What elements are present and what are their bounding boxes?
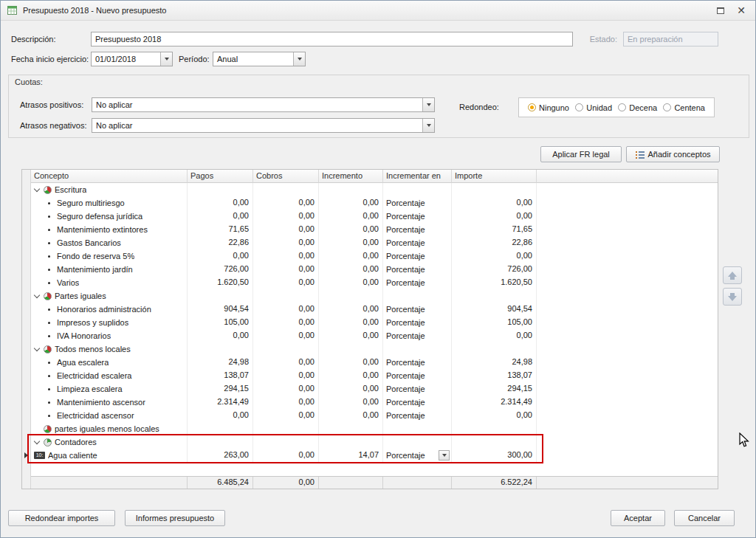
radio-ninguno[interactable]: Ninguno [528,103,569,112]
incremento-cell[interactable]: 0,00 [319,369,383,382]
importe-cell[interactable]: 1.620,50 [452,276,537,289]
incremento-cell[interactable] [319,183,383,196]
importe-cell[interactable]: 2.314,49 [452,396,537,409]
pagos-cell[interactable]: 0,00 [188,210,253,223]
incrementar-en-cell[interactable]: Porcentaje [383,196,452,210]
incremento-cell[interactable]: 0,00 [319,396,383,409]
importe-cell[interactable]: 0,00 [452,210,537,223]
cobros-cell[interactable]: 0,00 [253,329,319,342]
concepto-cell[interactable]: Mantenimiento jardín [31,263,188,276]
incremento-cell[interactable]: 0,00 [319,276,383,289]
importe-cell[interactable]: 0,00 [452,249,537,263]
concept-row[interactable]: Electricidad escalera138,070,000,00Porce… [31,369,718,382]
periodo-dropdown-button[interactable] [293,52,305,66]
concepto-cell[interactable]: IVA Honorarios [31,329,188,342]
cobros-cell[interactable]: 0,00 [253,409,319,422]
concept-row[interactable]: Seguro multiriesgo0,000,000,00Porcentaje… [31,196,718,210]
concept-row[interactable]: Impresos y suplidos105,000,000,00Porcent… [31,316,718,329]
incremento-cell[interactable]: 0,00 [319,329,383,342]
pagos-cell[interactable]: 138,07 [188,369,253,382]
concept-row[interactable]: Varios1.620,500,000,00Porcentaje1.620,50 [31,276,718,289]
incremento-cell[interactable] [319,435,383,449]
incrementar-en-cell[interactable] [383,422,452,435]
cobros-cell[interactable]: 0,00 [253,303,319,316]
pagos-cell[interactable] [188,183,253,196]
incrementar-en-cell[interactable]: Porcentaje [383,263,452,276]
aplicar-fr-legal-button[interactable]: Aplicar FR legal [540,146,622,162]
incrementar-en-cell[interactable] [383,435,452,449]
pagos-cell[interactable]: 294,15 [188,382,253,396]
fecha-inicio-combo[interactable]: 01/01/2018 [91,52,173,66]
pagos-cell[interactable]: 0,00 [188,409,253,422]
pagos-cell[interactable] [188,435,253,449]
importe-cell[interactable]: 22,86 [452,236,537,249]
cobros-cell[interactable]: 0,00 [253,249,319,263]
cobros-cell[interactable]: 0,00 [253,263,319,276]
concepto-cell[interactable]: Escritura [31,183,188,196]
group-row[interactable]: Todos menos locales [31,342,718,356]
cobros-cell[interactable]: 0,00 [253,449,319,462]
radio-decena[interactable]: Decena [618,103,657,112]
chevron-expanded-icon[interactable] [34,438,40,444]
incremento-cell[interactable] [319,342,383,356]
cobros-cell[interactable]: 0,00 [253,369,319,382]
importe-cell[interactable]: 294,15 [452,382,537,396]
pagos-cell[interactable]: 105,00 [188,316,253,329]
incrementar-en-cell[interactable]: Porcentaje [383,236,452,249]
importe-cell[interactable]: 0,00 [452,409,537,422]
pagos-cell[interactable]: 0,00 [188,329,253,342]
pagos-cell[interactable]: 726,00 [188,263,253,276]
incrementar-en-cell[interactable] [383,289,452,303]
pagos-cell[interactable] [188,342,253,356]
concepto-cell[interactable]: Electricidad escalera [31,369,188,382]
incrementar-en-cell[interactable]: Porcentaje [383,316,452,329]
incrementar-en-cell[interactable]: Porcentaje [383,382,452,396]
cobros-cell[interactable]: 0,00 [253,396,319,409]
incremento-cell[interactable]: 0,00 [319,303,383,316]
incremento-cell[interactable] [319,289,383,303]
incremento-cell[interactable]: 0,00 [319,316,383,329]
incrementar-en-cell[interactable]: Porcentaje [383,369,452,382]
incremento-cell[interactable]: 0,00 [319,196,383,210]
pagos-cell[interactable]: 24,98 [188,356,253,369]
concepto-cell[interactable]: Mantenimiento ascensor [31,396,188,409]
restore-window-button[interactable] [712,4,729,17]
chevron-expanded-icon[interactable] [34,185,40,191]
incrementar-en-dropdown-button[interactable] [439,450,450,461]
anadir-conceptos-button[interactable]: Añadir conceptos [626,146,720,162]
incrementar-en-cell[interactable]: Porcentaje [383,276,452,289]
importe-cell[interactable]: 726,00 [452,263,537,276]
importe-cell[interactable]: 71,65 [452,223,537,236]
atrasos-positivos-dropdown-button[interactable] [422,98,434,111]
pagos-cell[interactable] [188,422,253,435]
cobros-cell[interactable]: 0,00 [253,276,319,289]
incrementar-en-cell[interactable]: Porcentaje [383,303,452,316]
incremento-cell[interactable]: 0,00 [319,382,383,396]
group-row[interactable]: Partes iguales [31,289,718,303]
pagos-cell[interactable]: 0,00 [188,196,253,210]
pagos-cell[interactable]: 1.620,50 [188,276,253,289]
pagos-cell[interactable]: 0,00 [188,249,253,263]
concept-row[interactable]: Gastos Bancarios22,860,000,00Porcentaje2… [31,236,718,249]
chevron-expanded-icon[interactable] [34,345,40,351]
concepto-cell[interactable]: Seguro multiriesgo [31,196,188,210]
concept-row[interactable]: Agua escalera24,980,000,00Porcentaje24,9… [31,356,718,369]
concept-row[interactable]: Mantenimiento ascensor2.314,490,000,00Po… [31,396,718,409]
cobros-cell[interactable] [253,342,319,356]
concepto-cell[interactable]: Fondo de reserva 5% [31,249,188,263]
periodo-combo[interactable]: Anual [213,52,306,66]
incremento-cell[interactable]: 0,00 [319,210,383,223]
column-header-cobros[interactable]: Cobros [253,170,319,183]
concepto-cell[interactable]: Gastos Bancarios [31,236,188,249]
importe-cell[interactable]: 0,00 [452,329,537,342]
importe-cell[interactable]: 138,07 [452,369,537,382]
aceptar-button[interactable]: Aceptar [611,510,665,526]
concept-row[interactable]: Fondo de reserva 5%0,000,000,00Porcentaj… [31,249,718,263]
incrementar-en-cell[interactable]: Porcentaje [383,210,452,223]
informes-presupuesto-button[interactable]: Informes presupuesto [125,510,225,526]
incremento-cell[interactable]: 0,00 [319,223,383,236]
atrasos-positivos-combo[interactable]: No aplicar [92,97,435,112]
incrementar-en-cell[interactable]: Porcentaje [383,356,452,369]
cobros-cell[interactable]: 0,00 [253,356,319,369]
pagos-cell[interactable]: 263,00 [188,449,253,462]
